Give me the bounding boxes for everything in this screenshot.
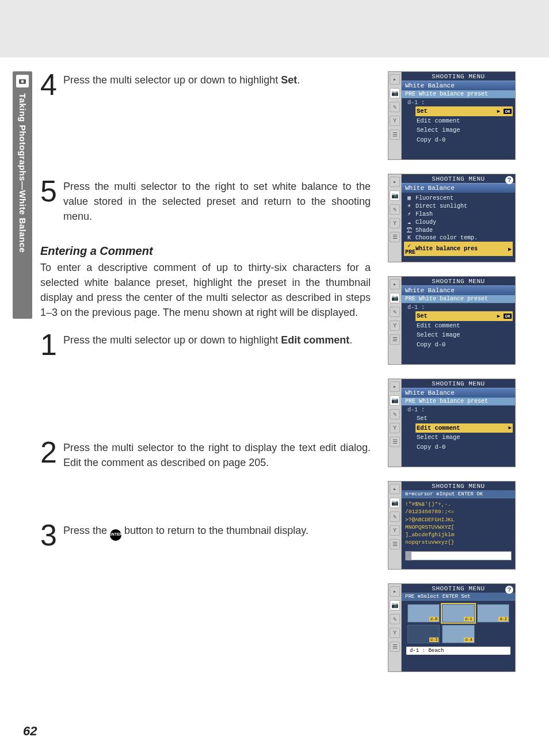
section-heading-entering-comment: Entering a Comment — [40, 245, 371, 258]
page-number: 62 — [23, 724, 37, 739]
shade-icon: ⛱ — [405, 227, 413, 234]
camera-menu-icon — [16, 75, 29, 87]
tab-recent-icon: ☰ — [390, 232, 400, 242]
tab-custom-icon: ✎ — [390, 409, 400, 419]
preset-breadcrumb: d-1 : — [402, 406, 515, 414]
tab-recent-icon: ☰ — [390, 129, 400, 140]
menu-tabs: ▸ 📷 ✎ Y ☰ — [388, 482, 402, 569]
character-palette[interactable]: !"#$%&'()*+,-. /0123456789:;<= >?@ABCDEF… — [402, 498, 515, 549]
step-text: Press the multi selector to the right to… — [63, 439, 371, 470]
tab-shooting-icon: 📷 — [390, 190, 400, 201]
list-item[interactable]: ☁Cloudy — [404, 218, 513, 226]
page-top-band — [0, 0, 549, 58]
list-item[interactable]: ▦Fluorescent — [404, 194, 513, 202]
screen-title: SHOOTING MENU — [402, 174, 515, 183]
menu-item-select-image[interactable]: Select image — [415, 330, 513, 340]
menu-item-edit-comment[interactable]: Edit comment — [415, 321, 513, 331]
tab-setup-icon: Y — [390, 218, 400, 228]
camera-screen-text-editor: ▸ 📷 ✎ Y ☰ SHOOTING MENU ⊞+⊗cursor ⊕Input… — [388, 481, 516, 570]
list-item[interactable]: ☀Direct sunlight — [404, 202, 513, 210]
menu-item-copy[interactable]: Copy d-0 — [415, 340, 513, 350]
menu-tabs: ▸ 📷 ✎ Y ☰ — [388, 72, 402, 159]
tab-shooting-icon: 📷 — [390, 293, 400, 303]
cloud-icon: ☁ — [405, 219, 413, 226]
tab-playback-icon: ▸ — [390, 177, 400, 187]
ok-indicator: OK — [504, 314, 512, 319]
menu-item-set[interactable]: Set — [415, 414, 513, 423]
menu-item-select-image[interactable]: Select image — [415, 125, 513, 135]
kelvin-icon: K — [405, 235, 413, 241]
tab-custom-icon: ✎ — [390, 307, 400, 317]
step-5: 5 Press the multi selector to the right … — [40, 178, 371, 224]
step-number: 4 — [40, 71, 63, 98]
preset-breadcrumb: d-1 : — [402, 303, 515, 311]
preset-thumbnail[interactable]: d-2 — [477, 604, 509, 623]
preset-thumbnail-selected[interactable]: d-1 — [442, 604, 474, 623]
step-number: 2 — [40, 439, 63, 470]
menu-item-copy[interactable]: Copy d-0 — [415, 442, 513, 452]
tab-custom-icon: ✎ — [390, 204, 400, 215]
list-item[interactable]: ⛱Shade — [404, 226, 513, 234]
screen-title: SHOOTING MENU — [402, 584, 515, 593]
menu-item-select-image[interactable]: Select image — [415, 433, 513, 442]
step-number: 3 — [40, 522, 63, 549]
arrow-right-icon: ▶ — [509, 425, 512, 432]
list-item[interactable]: KChoose color temp. — [404, 234, 513, 242]
camera-screen-preset-set-repeat: ▸ 📷 ✎ Y ☰ SHOOTING MENU White Balance PR… — [388, 276, 516, 365]
tab-playback-icon: ▸ — [390, 74, 400, 85]
tab-shooting-icon: 📷 — [390, 498, 400, 508]
camera-screen-preset-set: ▸ 📷 ✎ Y ☰ SHOOTING MENU White Balance PR… — [388, 71, 516, 160]
tab-setup-icon: Y — [390, 628, 400, 638]
comment-step-2: 2 Press the multi selector to the right … — [40, 439, 371, 470]
menu-item-copy[interactable]: Copy d-0 — [415, 135, 513, 145]
comment-step-1: 1 Press the multi selector up or down to… — [40, 331, 371, 358]
menu-item-edit-comment[interactable]: Edit comment ▶ — [415, 423, 513, 433]
menu-item-edit-comment[interactable]: Edit comment — [415, 116, 513, 126]
wb-header: White Balance — [402, 183, 515, 193]
arrow-right-icon: ▶ — [508, 246, 512, 253]
camera-screen-wb-list: ▸ 📷 ✎ Y ☰ ? SHOOTING MENU White Balance … — [388, 174, 516, 262]
tab-setup-icon: Y — [390, 525, 400, 536]
sun-icon: ☀ — [405, 203, 413, 209]
tab-setup-icon: Y — [390, 320, 400, 331]
camera-screen-edit-comment: ▸ 📷 ✎ Y ☰ SHOOTING MENU White Balance PR… — [388, 379, 516, 467]
list-item[interactable]: ⚡Flash — [404, 210, 513, 218]
tab-setup-icon: Y — [390, 423, 400, 433]
preset-thumbnail[interactable]: d-4 — [442, 625, 474, 643]
menu-tabs: ▸ 📷 ✎ Y ☰ — [388, 584, 402, 671]
editor-hint: ⊞+⊗cursor ⊕Input ENTER OK — [402, 490, 515, 498]
list-item-selected[interactable]: ✓ PREWhite balance pres▶ — [404, 242, 513, 256]
wb-header: White Balance — [402, 81, 515, 90]
thumbnail-hint: PRE ⊕Select ENTER Set — [402, 593, 515, 601]
section-side-tab: Taking Photographs—White Balance — [13, 71, 32, 319]
text-input-field[interactable] — [405, 551, 512, 560]
screen-title: SHOOTING MENU — [402, 379, 515, 388]
menu-tabs: ▸ 📷 ✎ Y ☰ — [388, 379, 402, 467]
arrow-right-icon: ▶ — [497, 314, 500, 319]
wb-header: White Balance — [402, 388, 515, 398]
step-text: Press the multi selector up or down to h… — [63, 71, 300, 98]
preset-subheader: PRE White balance preset — [402, 295, 515, 303]
step-text: Press the multi selector up or down to h… — [63, 331, 352, 358]
preset-thumbnail[interactable]: d-0 — [407, 604, 440, 623]
step-text: Press the ENTER button to return to the … — [63, 522, 308, 549]
help-icon[interactable]: ? — [505, 176, 513, 184]
tab-recent-icon: ☰ — [390, 642, 400, 652]
menu-tabs: ▸ 📷 ✎ Y ☰ — [388, 174, 402, 262]
menu-item-set[interactable]: Set ▶ OK — [415, 311, 513, 321]
tab-recent-icon: ☰ — [390, 437, 400, 447]
tab-setup-icon: Y — [390, 116, 400, 126]
section-description: To enter a descriptive comment of up to … — [40, 260, 371, 320]
menu-tabs: ▸ 📷 ✎ Y ☰ — [388, 277, 402, 364]
flash-icon: ⚡ — [405, 211, 413, 217]
arrow-right-icon: ▶ — [497, 109, 500, 114]
preset-subheader: PRE White balance preset — [402, 398, 515, 406]
preset-icon: ✓ PRE — [405, 242, 413, 255]
preset-thumbnail[interactable]: d-3 — [407, 625, 440, 643]
comment-step-3: 3 Press the ENTER button to return to th… — [40, 522, 371, 549]
help-icon[interactable]: ? — [505, 586, 513, 594]
preset-breadcrumb: d-1 : — [402, 98, 515, 106]
ok-indicator: OK — [504, 109, 512, 114]
menu-item-set[interactable]: Set ▶ OK — [415, 106, 513, 116]
screen-title: SHOOTING MENU — [402, 277, 515, 285]
